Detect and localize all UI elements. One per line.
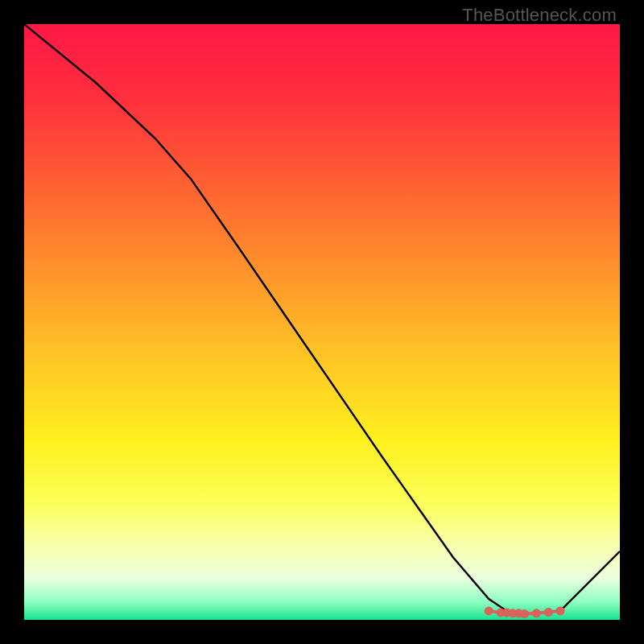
gradient-background: [24, 24, 620, 620]
marker-dot: [520, 609, 529, 618]
marker-dot: [532, 609, 541, 617]
chart-canvas: [24, 24, 620, 620]
chart-frame: [24, 24, 620, 620]
marker-dot: [544, 608, 553, 617]
watermark-text: TheBottleneck.com: [462, 5, 617, 26]
marker-dot: [485, 606, 493, 615]
marker-dot: [556, 606, 565, 615]
